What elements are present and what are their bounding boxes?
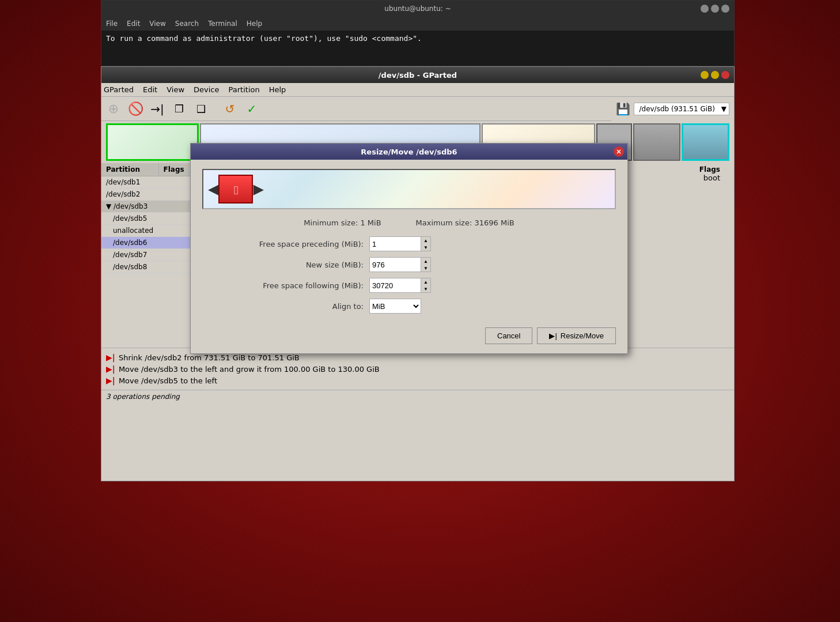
- op-icon-3: ▶|: [106, 376, 115, 385]
- left-arrow-icon: ◀: [208, 181, 218, 197]
- label-align-to: Align to:: [202, 302, 364, 311]
- device-bar: 💾 /dev/sdb (931.51 GiB) ▼: [611, 100, 734, 118]
- partition-block[interactable]: ▯: [218, 175, 253, 203]
- spinner-new-size: ▲ ▼: [421, 257, 431, 272]
- toolbar-new-btn[interactable]: ⊕: [104, 99, 123, 119]
- close-icon: ×: [616, 148, 622, 156]
- resize-icon: ▶|: [549, 331, 557, 340]
- pv-sdb-right: [633, 123, 680, 161]
- partition-name-sdb2: /dev/sdb2: [101, 189, 159, 200]
- device-selector[interactable]: /dev/sdb (931.51 GiB) ▼: [634, 103, 729, 115]
- spinner-down-new-size[interactable]: ▼: [421, 265, 430, 272]
- terminal-min-btn[interactable]: [701, 5, 709, 13]
- spinner-free-following: ▲ ▼: [421, 278, 431, 293]
- input-free-following[interactable]: [369, 278, 421, 293]
- op-icon-2: ▶|: [106, 364, 115, 374]
- gparted-close-btn[interactable]: [721, 71, 729, 79]
- toolbar-paste-btn[interactable]: ❑: [191, 99, 211, 119]
- dialog-body: ◀ ▯ ▶ Minimum size: 1 MiB Maximum size: …: [191, 160, 627, 353]
- toolbar-undo-btn[interactable]: ↺: [220, 99, 240, 119]
- menu-partition[interactable]: Partition: [229, 85, 260, 94]
- partition-name-unallocated: unallocated: [101, 225, 159, 236]
- terminal-content: To run a command as administrator (user …: [101, 31, 734, 46]
- gparted-menubar: GParted Edit View Device Partition Help: [101, 83, 734, 97]
- gparted-titlebar: /dev/sdb - GParted: [101, 67, 734, 83]
- dialog-fields: Free space preceding (MiB): ▲ ▼ New size…: [202, 236, 616, 314]
- label-new-size: New size (MiB):: [202, 261, 364, 269]
- dialog-titlebar: Resize/Move /dev/sdb6 ×: [191, 144, 627, 160]
- resize-move-button[interactable]: ▶| Resize/Move: [537, 327, 616, 344]
- menu-help[interactable]: Help: [269, 85, 286, 94]
- spinner-down-free-following[interactable]: ▼: [421, 285, 430, 292]
- right-arrow-icon: ▶: [253, 181, 263, 197]
- spinner-free-preceding: ▲ ▼: [421, 236, 431, 251]
- dialog-buttons: Cancel ▶| Resize/Move: [202, 323, 616, 344]
- partition-name-sdb6: /dev/sdb6: [101, 237, 159, 248]
- spinner-down-free-preceding[interactable]: ▼: [421, 244, 430, 251]
- resize-label: Resize/Move: [561, 331, 604, 340]
- field-new-size: ▲ ▼: [369, 257, 616, 272]
- toolbar-delete-btn[interactable]: →|: [147, 99, 167, 119]
- terminal-menu-help[interactable]: Help: [247, 20, 262, 28]
- dialog-size-info: Minimum size: 1 MiB Maximum size: 31696 …: [202, 218, 616, 227]
- min-size-label: Minimum size: 1 MiB: [304, 218, 381, 227]
- toolbar-stop-btn[interactable]: 🚫: [126, 99, 145, 119]
- terminal-menu-edit[interactable]: Edit: [127, 20, 140, 28]
- spinner-up-free-following[interactable]: ▲: [421, 278, 430, 285]
- label-free-following: Free space following (MiB):: [202, 281, 364, 290]
- dialog-title: Resize/Move /dev/sdb6: [361, 148, 457, 156]
- menu-device[interactable]: Device: [194, 85, 219, 94]
- partition-name-sdb3: ▼ /dev/sdb3: [101, 201, 159, 212]
- menu-edit[interactable]: Edit: [143, 85, 157, 94]
- spinner-up-free-preceding[interactable]: ▲: [421, 237, 430, 244]
- partition-block-container: ◀ ▯ ▶: [208, 175, 264, 203]
- partition-name-sdb1: /dev/sdb1: [101, 176, 159, 188]
- gparted-max-btn[interactable]: [711, 71, 719, 79]
- max-size-label: Maximum size: 31696 MiB: [416, 218, 514, 227]
- gparted-title: /dev/sdb - GParted: [379, 71, 457, 80]
- menu-view[interactable]: View: [167, 85, 184, 94]
- device-dropdown-icon: ▼: [721, 105, 727, 113]
- select-align-to[interactable]: MiB None Cylinder: [369, 299, 421, 314]
- toolbar-apply-btn[interactable]: ✓: [242, 99, 262, 119]
- op-icon-1: ▶|: [106, 353, 115, 362]
- field-align-to: MiB None Cylinder: [369, 299, 616, 314]
- gparted-toolbar: ⊕ 🚫 →| ❐ ❑ ↺ ✓: [101, 97, 611, 121]
- gparted-min-btn[interactable]: [701, 71, 709, 79]
- partition-name-sdb7: /dev/sdb7: [101, 249, 159, 261]
- cancel-label: Cancel: [497, 331, 520, 340]
- input-free-preceding[interactable]: [369, 236, 421, 251]
- flags-label: Flags: [699, 165, 720, 174]
- op-text-2: Move /dev/sdb3 to the left and grow it f…: [119, 365, 380, 374]
- terminal-max-btn[interactable]: [711, 5, 719, 13]
- gparted-window-buttons: [701, 71, 729, 79]
- terminal-menu-terminal[interactable]: Terminal: [208, 20, 237, 28]
- spinner-up-new-size[interactable]: ▲: [421, 258, 430, 265]
- terminal-menu-view[interactable]: View: [149, 20, 165, 28]
- field-free-preceding: ▲ ▼: [369, 236, 616, 251]
- partition-name-sdb5: /dev/sdb5: [101, 213, 159, 224]
- partition-inner: ▯: [233, 183, 239, 195]
- dialog-close-btn[interactable]: ×: [614, 146, 624, 157]
- boot-label: boot: [703, 174, 720, 182]
- col-partition: Partition: [101, 163, 159, 176]
- pending-op-2: ▶| Move /dev/sdb3 to the left and grow i…: [106, 363, 729, 375]
- op-text-3: Move /dev/sdb5 to the left: [119, 376, 217, 385]
- terminal-close-btn[interactable]: [721, 5, 729, 13]
- partition-name-sdb8: /dev/sdb8: [101, 261, 159, 273]
- input-new-size[interactable]: [369, 257, 421, 272]
- terminal-menu-file[interactable]: File: [106, 20, 118, 28]
- dialog-partition-graphic: ◀ ▯ ▶: [202, 169, 616, 209]
- menu-gparted[interactable]: GParted: [104, 85, 134, 94]
- op-text-1: Shrink /dev/sdb2 from 731.51 GiB to 701.…: [119, 353, 300, 362]
- resize-move-dialog: Resize/Move /dev/sdb6 × ◀ ▯ ▶ Minimum si…: [190, 143, 628, 354]
- ops-count-text: 3 operations pending: [106, 393, 180, 401]
- disk-icon: 💾: [616, 102, 630, 116]
- pv-sdb-cyan: [682, 123, 729, 161]
- cancel-button[interactable]: Cancel: [485, 327, 532, 344]
- terminal-menu-search[interactable]: Search: [175, 20, 199, 28]
- pv-sdb1[interactable]: [106, 123, 199, 161]
- toolbar-copy-btn[interactable]: ❐: [169, 99, 189, 119]
- pending-op-3: ▶| Move /dev/sdb5 to the left: [106, 375, 729, 386]
- terminal-line1: To run a command as administrator (user …: [106, 34, 422, 43]
